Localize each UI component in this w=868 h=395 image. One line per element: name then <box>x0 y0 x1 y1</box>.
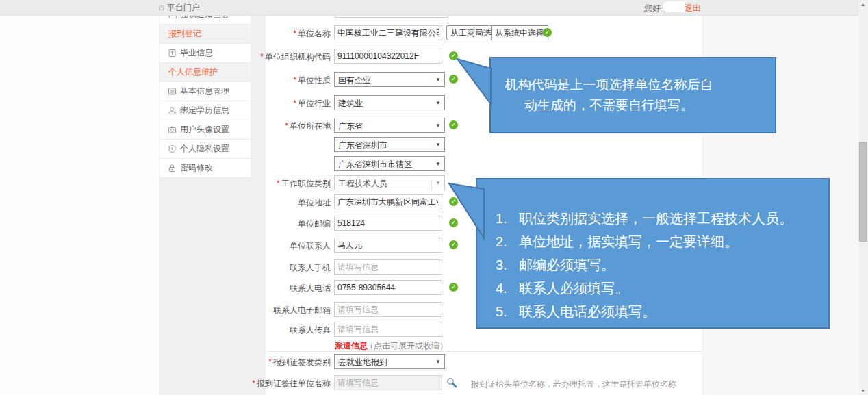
contact-person-label: 单位联系人 <box>159 240 331 252</box>
callout-list-item: 5.联系人电话必须填写。 <box>496 300 828 323</box>
dispatch-toggle-hint: （点击可展开或收缩） <box>366 340 448 352</box>
org-code-input[interactable] <box>334 49 442 64</box>
valid-check-icon: ✓ <box>449 283 458 292</box>
bubble2-pointer <box>445 178 486 243</box>
company-province-select[interactable]: 广东省▼ <box>334 118 445 133</box>
report-cert-unit-label: *报到证签往单位名称 <box>159 378 331 390</box>
valid-check-icon: ✓ <box>543 28 552 37</box>
company-nature-value: 国有企业 <box>338 75 371 86</box>
home-icon: ⌂ <box>159 2 164 12</box>
sidebar-item-privacy-settings-icon <box>168 144 177 153</box>
chevron-down-icon: ▼ <box>435 142 441 148</box>
company-name-label: *单位名称 <box>159 28 331 40</box>
company-name-input[interactable] <box>334 25 442 40</box>
portal-brand: ⌂平台门户 <box>159 2 200 14</box>
callout-list-item: 1.职位类别据实选择，一般选择工程技术人员。 <box>496 207 828 230</box>
company-industry-select[interactable]: 建筑业▼ <box>334 95 445 110</box>
company-city-value: 广东省深圳市 <box>338 140 387 151</box>
company-nature-select[interactable]: 国有企业▼ <box>334 72 445 87</box>
org-code-label: *单位组织机构代码 <box>159 51 331 63</box>
required-marker: * <box>293 29 296 38</box>
required-marker: * <box>293 99 296 108</box>
company-industry-label: *单位行业 <box>159 98 331 110</box>
sidebar-item-clipped-label: 面试通知查看 <box>180 15 229 24</box>
chevron-down-icon: ▼ <box>435 359 441 365</box>
company-district-value: 广东省深圳市市辖区 <box>338 159 412 170</box>
required-marker: * <box>260 52 264 62</box>
sidebar-item-basic-info-icon <box>168 87 177 96</box>
report-cert-unit-hint: 报到证抬头单位名称，若办理托管，这里是托管单位名称 <box>471 379 676 390</box>
postal-code-input[interactable] <box>334 216 442 231</box>
contact-person-input[interactable] <box>334 238 442 253</box>
callout-list-item: 3.邮编必须填写。 <box>496 253 828 277</box>
sidebar-item-change-password-label: 密码修改 <box>180 159 213 177</box>
report-cert-unit-input[interactable] <box>334 375 442 390</box>
company-industry-value: 建筑业 <box>338 98 363 110</box>
company-district-select[interactable]: 广东省深圳市市辖区▼ <box>334 156 445 171</box>
contact-phone-input[interactable] <box>334 280 442 295</box>
report-cert-type-select[interactable]: 去就业地报到▼ <box>334 354 445 369</box>
required-marker: * <box>252 379 255 388</box>
top-bar: ⌂平台门户 您好， 退出 <box>0 0 858 16</box>
chevron-down-icon: ▼ <box>435 161 441 167</box>
callout-line: 机构代码是上一项选择单位名称后自 <box>491 75 727 95</box>
job-category-label: *工作职位类别 <box>159 178 331 190</box>
contact-fax-label: 联系人传真 <box>159 324 331 336</box>
callout-org-code: 机构代码是上一项选择单位名称后自动生成的，不需要自行填写。 <box>489 57 776 133</box>
callout-line: 动生成的，不需要自行填写。 <box>491 95 727 116</box>
company-city-select[interactable]: 广东省深圳市▼ <box>334 137 445 152</box>
sidebar-item-privacy-settings[interactable]: 个人隐私设置 <box>159 140 251 159</box>
contact-email-label: 联系人电子邮箱 <box>159 305 331 316</box>
callout-fill-instructions: 1.职位类别据实选择，一般选择工程技术人员。2.单位地址，据实填写，一定要详细。… <box>476 178 830 329</box>
contact-fax-input[interactable] <box>334 322 442 337</box>
required-marker: * <box>268 357 272 367</box>
callout-list-item: 4.联系人必须填写。 <box>496 277 828 300</box>
required-marker: * <box>293 75 296 85</box>
contact-email-input[interactable] <box>334 302 442 317</box>
dispatch-info-toggle[interactable]: 派遣信息 <box>335 340 368 352</box>
section-divider <box>266 351 702 352</box>
required-marker: * <box>277 179 280 188</box>
company-address-label: 单位地址 <box>159 197 331 209</box>
company-address-input[interactable] <box>334 194 442 209</box>
contact-phone-label: 联系人电话 <box>159 283 331 294</box>
company-province-label: *单位所在地 <box>159 120 331 132</box>
bubble1-pointer <box>452 55 493 110</box>
callout-list-item: 2.单位地址，据实填写，一定要详细。 <box>496 230 828 253</box>
contact-mobile-label: 联系人手机 <box>159 262 331 274</box>
postal-code-label: 单位邮编 <box>159 218 331 230</box>
chevron-down-icon: ▼ <box>435 77 441 83</box>
scroll-down-arrow[interactable]: ▼ <box>860 388 865 393</box>
required-marker: * <box>285 121 288 131</box>
sidebar-item-change-password-icon <box>168 164 177 173</box>
scrollbar[interactable]: ▲ ▼ <box>858 0 868 395</box>
scrollbar-thumb[interactable] <box>859 142 867 242</box>
company-nature-label: *单位性质 <box>159 75 331 86</box>
report-cert-type-value: 去就业地报到 <box>338 357 387 368</box>
job-category-select[interactable]: 工程技术人员▼ <box>334 175 445 190</box>
scroll-up-arrow[interactable]: ▲ <box>860 2 865 7</box>
sidebar-item-change-password[interactable]: 密码修改 <box>159 159 251 178</box>
sidebar-item-clipped[interactable]: 面试通知查看 <box>159 15 251 25</box>
job-category-value: 工程技术人员 <box>338 178 387 190</box>
company-province-value: 广东省 <box>338 120 363 132</box>
valid-check-icon: ✓ <box>449 120 458 129</box>
search-icon[interactable] <box>446 377 457 391</box>
report-cert-type-label: *报到证签发类别 <box>159 357 331 368</box>
chevron-down-icon: ▼ <box>435 100 441 106</box>
app-window: ⌂平台门户 您好， 退出 面试通知查看报到登记毕业信息个人信息维护基本信息管理绑… <box>0 0 868 395</box>
select-from-system-button[interactable]: 从系统中选择 <box>491 25 548 40</box>
chevron-down-icon: ▼ <box>431 179 441 189</box>
chevron-down-icon: ▼ <box>435 123 441 129</box>
sidebar-item-privacy-settings-label: 个人隐私设置 <box>180 140 229 158</box>
logout-link[interactable]: 退出 <box>685 3 701 14</box>
contact-mobile-input[interactable] <box>334 259 442 275</box>
